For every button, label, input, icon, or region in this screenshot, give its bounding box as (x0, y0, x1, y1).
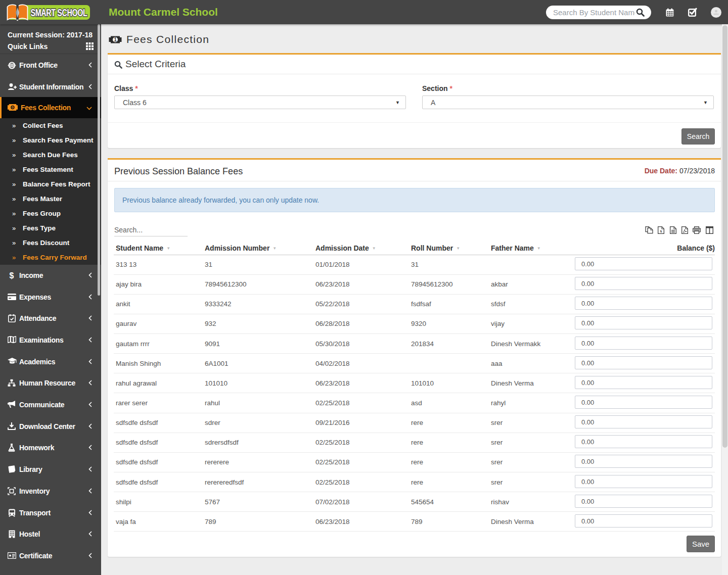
svg-text:SMART SCHOOL: SMART SCHOOL (31, 7, 87, 18)
svg-text:x: x (660, 228, 662, 233)
svg-text:1: 1 (114, 37, 117, 42)
svg-text:$: $ (10, 271, 14, 280)
svg-text:0: 0 (12, 105, 14, 110)
